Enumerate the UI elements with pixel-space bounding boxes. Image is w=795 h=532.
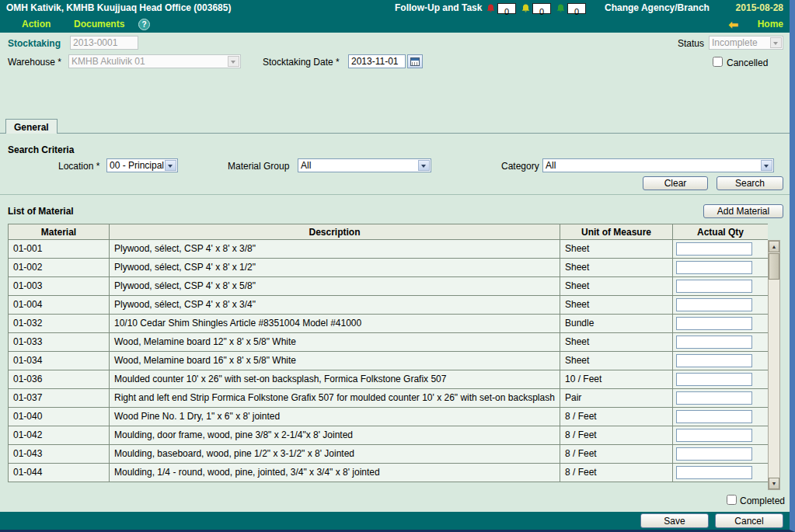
- description-cell: Moulding, baseboard, wood, pine 1/2" x 3…: [110, 445, 560, 464]
- actual-qty-input[interactable]: [676, 429, 752, 442]
- actual-qty-input[interactable]: [676, 317, 752, 330]
- chevron-down-icon: [228, 56, 239, 67]
- actual-qty-input[interactable]: [676, 447, 752, 461]
- qty-cell: [673, 389, 769, 408]
- section-divider: [0, 194, 790, 195]
- table-row: 01-004 Plywood, sélect, CSP 4' x 8' x 3/…: [9, 296, 769, 315]
- red-bell-icon: [486, 3, 496, 14]
- menu-documents[interactable]: Documents: [74, 16, 124, 33]
- qty-cell: [673, 464, 769, 482]
- clear-button[interactable]: Clear: [643, 176, 708, 190]
- stocktaking-date-input[interactable]: [348, 54, 406, 68]
- actual-qty-input[interactable]: [676, 280, 752, 293]
- category-label: Category: [501, 161, 539, 172]
- table-row: 01-042 Moulding, door frame, wood, pine …: [9, 426, 769, 445]
- scroll-down-button[interactable]: ▼: [769, 478, 779, 489]
- alarm-count: 0: [567, 3, 586, 14]
- menu-bar: Action Documents ? ⬅ Home: [0, 16, 790, 33]
- qty-cell: [673, 259, 769, 277]
- stocktaking-number-input: [70, 36, 138, 50]
- qty-cell: [673, 352, 769, 370]
- material-group-select[interactable]: All: [298, 158, 431, 172]
- qty-cell: [673, 296, 769, 315]
- change-agency-link[interactable]: Change Agency/Branch: [605, 0, 710, 16]
- category-select[interactable]: All: [542, 158, 774, 172]
- completed-label: Completed: [740, 495, 785, 506]
- actual-qty-input[interactable]: [676, 466, 752, 479]
- column-actual-qty: Actual Qty: [673, 224, 769, 240]
- table-row: 01-040 Wood Pine No. 1 Dry, 1" x 6" x 8'…: [9, 408, 769, 426]
- table-row: 01-036 Moulded counter 10' x 26" with se…: [9, 370, 769, 389]
- description-cell: Right and left end Strip Formica Folksto…: [110, 389, 560, 408]
- description-cell: Moulding, door frame, wood, pine 3/8" x …: [110, 426, 560, 445]
- material-cell: 01-037: [9, 389, 110, 408]
- calendar-icon: [410, 57, 420, 66]
- description-cell: Wood, Melamine board 16" x 8' x 5/8" Whi…: [110, 352, 560, 370]
- tab-general-label: General: [14, 122, 49, 133]
- actual-qty-input[interactable]: [676, 298, 752, 311]
- scroll-up-button[interactable]: ▲: [769, 241, 779, 252]
- unit-cell: Bundle: [560, 315, 673, 333]
- actual-qty-input[interactable]: [676, 410, 752, 423]
- column-description: Description: [110, 224, 560, 240]
- unit-cell: Sheet: [560, 352, 673, 370]
- qty-cell: [673, 333, 769, 352]
- chevron-down-icon: [770, 37, 782, 48]
- help-icon[interactable]: ?: [138, 19, 150, 30]
- material-table: Material Description Unit of Measure Act…: [8, 224, 768, 491]
- material-cell: 01-034: [9, 352, 110, 370]
- menu-home[interactable]: Home: [758, 16, 783, 33]
- chevron-down-icon: [165, 160, 176, 171]
- status-select-value: Incomplete: [712, 37, 758, 48]
- save-button[interactable]: Save: [640, 513, 709, 528]
- unit-cell: Sheet: [560, 333, 673, 352]
- chevron-down-icon: [761, 160, 772, 171]
- actual-qty-input[interactable]: [676, 373, 752, 386]
- actual-qty-input[interactable]: [676, 261, 752, 274]
- unit-cell: Sheet: [560, 277, 673, 296]
- qty-cell: [673, 240, 769, 259]
- actual-qty-input[interactable]: [676, 242, 752, 256]
- actual-qty-input[interactable]: [676, 354, 752, 367]
- back-arrow-icon[interactable]: ⬅: [728, 16, 738, 33]
- unit-cell: 10 / Feet: [560, 370, 673, 389]
- qty-cell: [673, 315, 769, 333]
- alarm-indicator[interactable]: 0: [486, 3, 516, 14]
- material-group-label: Material Group: [228, 161, 289, 172]
- material-group-select-value: All: [301, 160, 311, 171]
- warehouse-select: KMHB Akulivik 01: [68, 54, 241, 68]
- location-select[interactable]: 00 - Principal: [106, 158, 178, 172]
- alarm-indicator[interactable]: 0: [521, 3, 551, 14]
- cancelled-label: Cancelled: [727, 57, 768, 68]
- material-cell: 01-043: [9, 445, 110, 464]
- cancel-button[interactable]: Cancel: [715, 513, 783, 528]
- calendar-button[interactable]: [407, 54, 423, 68]
- footer-bar: Save Cancel: [0, 512, 790, 530]
- scrollbar-thumb[interactable]: [769, 253, 779, 280]
- material-table-body: 01-001 Plywood, sélect, CSP 4' x 8' x 3/…: [9, 240, 769, 482]
- cancelled-checkbox[interactable]: [713, 57, 723, 67]
- search-button[interactable]: Search: [717, 176, 783, 190]
- add-material-button[interactable]: Add Material: [703, 204, 783, 218]
- table-header-row: Material Description Unit of Measure Act…: [9, 224, 769, 240]
- unit-cell: 8 / Feet: [560, 445, 673, 464]
- qty-cell: [673, 426, 769, 445]
- table-row: 01-032 10/10 Cedar Shim Shingles Article…: [9, 315, 769, 333]
- unit-cell: Sheet: [560, 259, 673, 277]
- location-label: Location *: [58, 161, 99, 172]
- unit-cell: Pair: [560, 389, 673, 408]
- unit-cell: 8 / Feet: [560, 426, 673, 445]
- completed-checkbox[interactable]: [727, 495, 737, 505]
- warehouse-select-value: KMHB Akulivik 01: [71, 56, 145, 67]
- qty-cell: [673, 277, 769, 296]
- actual-qty-input[interactable]: [676, 391, 752, 405]
- menu-action[interactable]: Action: [22, 16, 51, 33]
- alarm-indicator[interactable]: 0: [556, 3, 586, 14]
- tab-general[interactable]: General: [5, 119, 58, 134]
- app-window: OMH Kativik, KMHB Kuujjuaq Head Office (…: [0, 0, 795, 532]
- material-cell: 01-004: [9, 296, 110, 315]
- actual-qty-input[interactable]: [676, 336, 752, 349]
- table-scrollbar[interactable]: ▲ ▼: [768, 240, 780, 490]
- stocktaking-date-label: Stocktaking Date *: [263, 57, 340, 68]
- description-cell: 10/10 Cedar Shim Shingles Article #83510…: [110, 315, 560, 333]
